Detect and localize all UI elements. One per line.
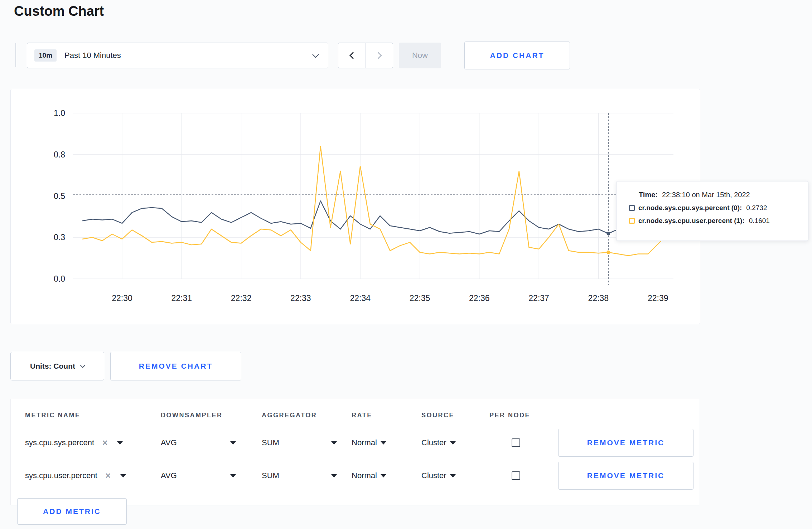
chevron-down-icon [80,363,85,368]
time-nav-group [338,43,393,68]
units-label: Units: Count [30,362,75,370]
tooltip-series-label: cr.node.sys.cpu.user.percent (1): [638,217,745,225]
metric-rows: sys.cpu.sys.percent × AVG SUM Normal Clu… [25,426,699,492]
metrics-table: METRIC NAME DOWNSAMPLER AGGREGATOR RATE … [10,399,699,505]
caret-down-icon [120,474,126,477]
caret-down-icon [117,441,123,445]
chevron-right-icon [375,52,382,59]
remove-metric-button[interactable]: REMOVE METRIC [558,429,693,457]
rate-select[interactable]: Normal [352,471,421,480]
caret-down-icon [230,474,236,477]
source-select[interactable]: Cluster [421,471,489,480]
remove-chart-button[interactable]: REMOVE CHART [110,352,241,380]
svg-text:22:31: 22:31 [171,293,192,303]
col-header-downsampler: DOWNSAMPLER [161,412,262,419]
svg-text:22:30: 22:30 [112,293,132,303]
source-value: Cluster [421,471,446,480]
time-range-select[interactable]: 10m Past 10 Minutes [27,43,328,68]
col-header-per-node: PER NODE [489,412,558,419]
caret-down-icon [381,441,386,445]
downsampler-select[interactable]: AVG [161,438,236,447]
time-next-button[interactable] [366,43,393,68]
caret-down-icon [331,474,337,477]
add-metric-button[interactable]: ADD METRIC [17,498,127,525]
tooltip-series-row: cr.node.sys.cpu.user.percent (1): 0.1601 [629,217,799,225]
rate-value: Normal [352,471,377,480]
chart-card: 0.00.30.50.81.022:3022:3122:3222:3322:34… [10,89,700,324]
metric-name-select[interactable]: sys.cpu.user.percent × [25,471,161,481]
svg-text:0.3: 0.3 [54,233,65,242]
tooltip-time-value: 22:38:10 on Mar 15th, 2022 [662,191,750,199]
chevron-left-icon [349,52,357,59]
svg-text:22:36: 22:36 [469,293,490,303]
aggregator-value: SUM [262,438,279,447]
series-sys-swatch-icon [629,205,635,211]
source-value: Cluster [421,438,446,447]
metric-name: sys.cpu.sys.percent [25,438,94,447]
aggregator-value: SUM [262,471,279,480]
clear-metric-icon[interactable]: × [105,471,111,481]
rate-select[interactable]: Normal [352,438,421,447]
time-range-label: Past 10 Minutes [64,51,121,60]
source-select[interactable]: Cluster [421,438,489,447]
svg-text:22:37: 22:37 [528,293,549,303]
svg-text:0.8: 0.8 [54,150,65,159]
svg-text:0.5: 0.5 [54,191,65,201]
svg-text:1.0: 1.0 [54,108,65,118]
tooltip-time: Time:22:38:10 on Mar 15th, 2022 [639,191,799,199]
aggregator-select[interactable]: SUM [262,471,337,480]
metric-row: sys.cpu.user.percent × AVG SUM Normal Cl… [25,459,699,492]
metric-row: sys.cpu.sys.percent × AVG SUM Normal Clu… [25,426,699,459]
metric-name-select[interactable]: sys.cpu.sys.percent × [25,438,161,448]
caret-down-icon [230,441,236,445]
svg-text:22:35: 22:35 [410,293,430,303]
svg-text:22:38: 22:38 [588,293,609,303]
series-user-swatch-icon [629,218,635,224]
svg-text:22:39: 22:39 [648,293,668,303]
caret-down-icon [331,441,337,445]
downsampler-select[interactable]: AVG [161,471,236,480]
time-range-badge: 10m [34,49,57,62]
svg-text:22:32: 22:32 [231,293,252,303]
col-header-rate: RATE [352,412,421,419]
metrics-table-header: METRIC NAME DOWNSAMPLER AGGREGATOR RATE … [25,404,699,426]
caret-down-icon [450,474,456,477]
rate-value: Normal [352,438,377,447]
col-header-aggregator: AGGREGATOR [262,412,352,419]
metric-name: sys.cpu.user.percent [25,471,97,480]
caret-down-icon [381,474,386,477]
remove-metric-button[interactable]: REMOVE METRIC [558,462,693,490]
tooltip-series-value: 0.2732 [746,204,767,212]
units-select[interactable]: Units: Count [10,352,104,380]
tooltip-series-row: cr.node.sys.cpu.sys.percent (0): 0.2732 [629,204,799,212]
chevron-down-icon [312,51,319,58]
time-prev-button[interactable] [338,43,366,68]
tooltip-series-label: cr.node.sys.cpu.sys.percent (0): [638,204,742,212]
svg-text:22:34: 22:34 [350,293,371,303]
col-header-source: SOURCE [421,412,489,419]
clear-metric-icon[interactable]: × [102,438,108,448]
toolbar-divider [15,43,16,67]
caret-down-icon [450,441,456,445]
timeseries-chart[interactable]: 0.00.30.50.81.022:3022:3122:3222:3322:34… [11,89,701,325]
now-button[interactable]: Now [399,43,441,68]
page-title: Custom Chart [14,4,104,19]
downsampler-value: AVG [161,471,177,480]
chart-tooltip: Time:22:38:10 on Mar 15th, 2022 cr.node.… [616,181,808,241]
downsampler-value: AVG [161,438,177,447]
svg-text:0.0: 0.0 [54,274,65,283]
col-header-metric-name: METRIC NAME [25,412,161,419]
tooltip-time-label: Time: [639,191,658,199]
svg-text:22:33: 22:33 [290,293,311,303]
add-chart-button[interactable]: ADD CHART [464,42,570,69]
tooltip-series-value: 0.1601 [749,217,770,225]
per-node-checkbox[interactable] [512,438,520,447]
aggregator-select[interactable]: SUM [262,438,337,447]
per-node-checkbox[interactable] [512,471,520,480]
